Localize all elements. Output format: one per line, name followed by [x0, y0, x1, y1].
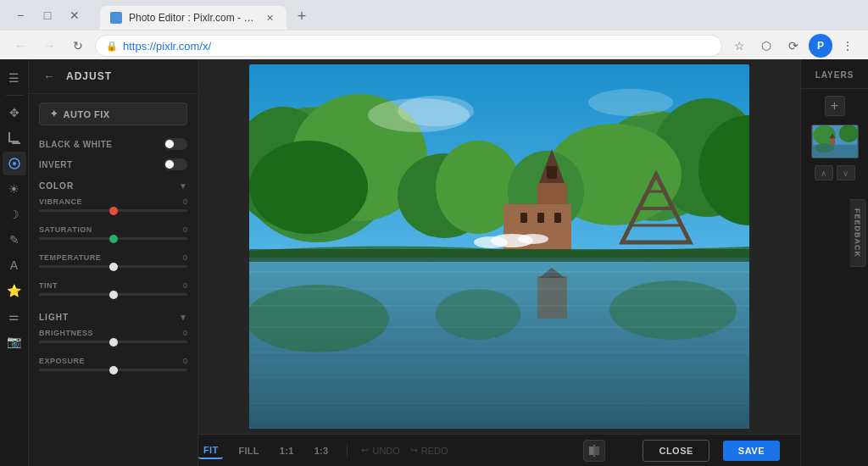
profile-button[interactable]: P — [809, 34, 832, 58]
saturation-track[interactable] — [39, 237, 187, 240]
exposure-track[interactable] — [39, 369, 187, 371]
layer-up-button[interactable]: ∧ — [815, 165, 833, 180]
auto-fix-button[interactable]: ✦ AUTO FIX — [39, 103, 187, 125]
brightness-slider-row: BRIGHTNESS 0 — [29, 325, 198, 353]
vibrance-value: 0 — [183, 197, 187, 206]
layer-1-thumbnail[interactable] — [811, 125, 859, 158]
tint-label: TINT — [39, 281, 58, 290]
light-section-header[interactable]: LIGHT ▼ — [29, 306, 198, 325]
temperature-label: TEMPERATURE — [39, 253, 101, 262]
invert-row: INVERT — [29, 154, 198, 175]
crop-icon[interactable] — [3, 126, 26, 150]
brightness-thumb[interactable] — [109, 338, 118, 347]
text-icon[interactable]: A — [3, 253, 26, 277]
brightness-label-row: BRIGHTNESS 0 — [39, 329, 187, 337]
menu-icon[interactable]: ☰ — [3, 66, 26, 90]
extensions-button[interactable]: ⬡ — [754, 34, 778, 58]
forward-button[interactable]: → — [37, 34, 61, 58]
brightness-label: BRIGHTNESS — [39, 329, 93, 337]
svg-rect-19 — [554, 213, 561, 223]
redo-icon: ↪ — [410, 445, 418, 456]
undo-button[interactable]: ↩ UNDO — [361, 445, 399, 456]
vibrance-thumb[interactable] — [109, 207, 118, 215]
reload-button[interactable]: ↻ — [66, 34, 90, 58]
browser-titlebar: − □ ✕ Photo Editor : Pixlr.com - imag...… — [0, 0, 868, 31]
layers-title: LAYERS — [815, 70, 854, 80]
svg-rect-44 — [249, 249, 749, 262]
redo-label: REDO — [421, 446, 448, 456]
fit-button[interactable]: FIT — [198, 442, 223, 459]
tint-track[interactable] — [39, 293, 187, 296]
svg-rect-20 — [547, 166, 557, 179]
bookmark-button[interactable]: ☆ — [727, 34, 751, 58]
move-icon[interactable]: ✥ — [3, 101, 26, 125]
tab-close-button[interactable]: ✕ — [263, 11, 276, 25]
tint-slider-row: TINT 0 — [29, 278, 198, 306]
panel-title: ADJUST — [66, 70, 112, 82]
color-section-header[interactable]: COLOR ▼ — [29, 175, 198, 194]
adjust-icon[interactable] — [3, 152, 26, 175]
new-tab-button[interactable]: + — [290, 4, 314, 28]
back-button[interactable]: ← — [8, 34, 32, 58]
ratio-1-1-button[interactable]: 1:1 — [275, 443, 299, 458]
invert-toggle[interactable] — [164, 158, 187, 170]
svg-point-27 — [518, 234, 548, 244]
svg-rect-17 — [520, 213, 527, 223]
address-bar[interactable]: 🔒 https://pixlr.com/x/ — [95, 35, 722, 57]
tint-value: 0 — [183, 281, 187, 290]
tab-favicon — [110, 12, 122, 24]
url-text: https://pixlr.com/x/ — [123, 40, 711, 53]
redo-button[interactable]: ↪ REDO — [410, 445, 448, 456]
sync-button[interactable]: ⟳ — [782, 34, 805, 58]
exposure-slider-row: EXPOSURE 0 — [29, 353, 198, 381]
filter-icon[interactable]: ☀ — [3, 177, 26, 201]
vibrance-track[interactable] — [39, 209, 187, 212]
back-button[interactable]: ← — [39, 66, 59, 86]
layer-thumb-svg — [812, 125, 858, 158]
browser-controls: − □ ✕ — [8, 3, 86, 27]
compare-button[interactable] — [583, 440, 605, 462]
color-section-title: COLOR — [39, 181, 74, 191]
ratio-1-3-button[interactable]: 1:3 — [309, 443, 334, 458]
sticker-icon[interactable]: ⭐ — [3, 279, 26, 302]
panel-header: ← ADJUST — [29, 59, 198, 94]
close-window-button[interactable]: ✕ — [63, 3, 86, 27]
svg-rect-45 — [589, 447, 593, 455]
vibrance-label-row: VIBRANCE 0 — [39, 197, 187, 206]
saturation-thumb[interactable] — [109, 235, 118, 243]
fill-button[interactable]: FILL — [233, 443, 264, 458]
add-layer-button[interactable]: + — [825, 96, 845, 116]
brush-icon[interactable]: ✎ — [3, 228, 26, 252]
temperature-thumb[interactable] — [109, 263, 118, 271]
svg-rect-18 — [537, 213, 544, 223]
saturation-label-row: SATURATION 0 — [39, 225, 187, 234]
tab-bar: Photo Editor : Pixlr.com - imag... ✕ + — [92, 1, 860, 30]
close-button[interactable]: CLOSE — [643, 440, 709, 462]
svg-point-42 — [398, 96, 474, 126]
restore-button[interactable]: □ — [36, 3, 59, 27]
layer-order-buttons: ∧ ∨ — [801, 162, 868, 184]
layers-icon[interactable]: ⚌ — [3, 304, 26, 328]
save-button[interactable]: SAVE — [723, 441, 780, 461]
adjust-panel: ← ADJUST ✦ AUTO FIX BLACK & WHITE INVERT… — [29, 59, 198, 466]
layer-down-button[interactable]: ∨ — [837, 165, 855, 180]
svg-point-31 — [436, 289, 520, 340]
toolbar-separator-1 — [6, 95, 23, 96]
active-tab[interactable]: Photo Editor : Pixlr.com - imag... ✕ — [100, 6, 287, 30]
effects-icon[interactable]: ☽ — [3, 202, 26, 226]
exposure-thumb[interactable] — [109, 366, 118, 374]
temperature-track[interactable] — [39, 265, 187, 268]
menu-button[interactable]: ⋮ — [836, 34, 860, 58]
autofix-icon: ✦ — [50, 108, 58, 119]
light-section-title: LIGHT — [39, 313, 69, 322]
minimize-button[interactable]: − — [8, 3, 32, 27]
invert-label: INVERT — [39, 160, 73, 169]
black-white-label: BLACK & WHITE — [39, 140, 113, 149]
saturation-label: SATURATION — [39, 225, 92, 234]
black-white-toggle[interactable] — [164, 138, 187, 150]
feedback-tab[interactable]: FEEDBACK — [849, 199, 865, 267]
photo-icon[interactable]: 📷 — [3, 330, 26, 353]
brightness-track[interactable] — [39, 341, 187, 343]
saturation-value: 0 — [183, 225, 187, 234]
tint-thumb[interactable] — [109, 291, 118, 299]
